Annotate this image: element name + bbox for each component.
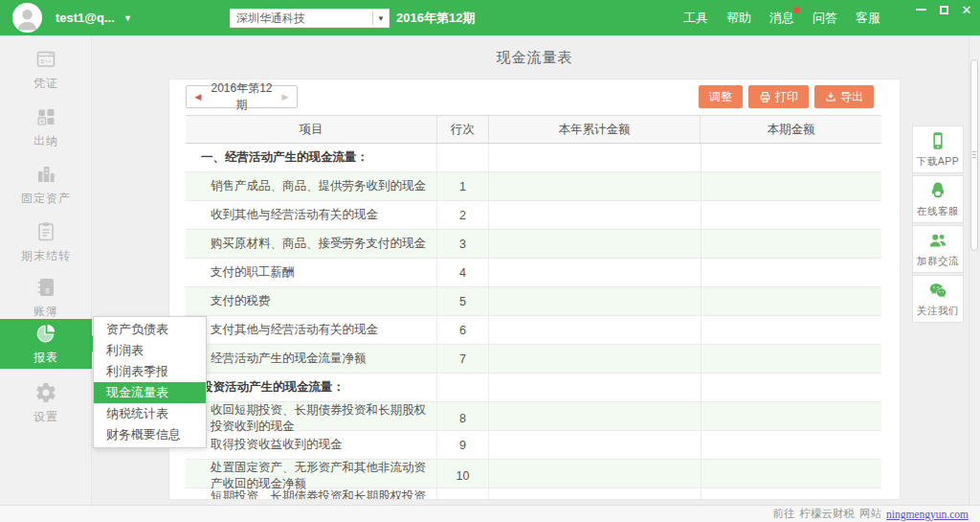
cash-flow-table: 项目 行次 本年累计金额 本期金额 一、经营活动产生的现金流量： 销售产成品、商… (186, 115, 881, 500)
group-icon (927, 230, 948, 251)
row-item-label: 支付其他与经营活动有关的现金 (186, 316, 436, 344)
print-button-label: 打印 (775, 89, 798, 105)
table-row: 购买原材料、商品、接受劳务支付的现金 3 (186, 230, 881, 259)
toolbar-actions: 调整 打印 导出 (699, 85, 874, 108)
join-group-card[interactable]: 加群交流 (912, 225, 964, 273)
row-current-amount-cell (701, 431, 881, 459)
topbar-menu-item[interactable]: 问答 (813, 10, 837, 27)
adjust-button-label: 调整 (709, 89, 732, 105)
table-row: 收回短期投资、长期债券投资和长期股权投资收到的现金 8 (186, 402, 881, 431)
row-current-amount-cell (701, 374, 881, 401)
sidebar-item-reports[interactable]: 报表 (0, 319, 92, 369)
table-row: 支付其他与经营活动有关的现金 6 (186, 316, 881, 345)
prev-period-arrow-icon[interactable]: ◀ (187, 92, 210, 102)
table-row: 投资活动产生的现金流量： (186, 374, 881, 402)
topbar-menu-item[interactable]: 帮助 (726, 10, 751, 27)
cashier-icon: ¥ (34, 115, 57, 131)
maximize-icon (940, 6, 948, 14)
join-group-label: 加群交流 (913, 255, 963, 268)
adjust-button[interactable]: 调整 (699, 85, 743, 108)
ledger-icon: $ (34, 285, 57, 302)
notification-dot (793, 7, 800, 13)
row-item-label: 一、经营活动产生的现金流量： (186, 144, 436, 171)
row-item-label: 支付的职工薪酬 (186, 259, 436, 286)
svg-text:$: $ (45, 286, 50, 295)
topbar-menu-item-label: 客服 (856, 11, 880, 25)
window-controls: ✕ (915, 4, 972, 15)
sidebar-item-ledger[interactable]: $ 账簿 (0, 273, 92, 323)
user-avatar[interactable] (12, 3, 42, 33)
submenu-item-balance-sheet[interactable]: 资产负债表 (94, 319, 206, 340)
qq-service-icon (927, 180, 948, 201)
follow-us-label: 关注我们 (913, 305, 963, 318)
voucher-icon: s (34, 57, 57, 74)
wechat-icon (927, 280, 948, 301)
topbar-menu-item-label: 工具 (683, 11, 708, 25)
close-button[interactable]: ✕ (961, 4, 972, 15)
svg-text:¥: ¥ (40, 118, 44, 125)
sidebar-item-fixed-assets[interactable]: 固定资产 (0, 160, 92, 210)
table-header-row: 项目 行次 本年累计金额 本期金额 (186, 115, 881, 144)
sidebar-item-vouchers[interactable]: s 凭证 (0, 45, 92, 95)
row-item-label: 投资活动产生的现金流量： (186, 374, 436, 401)
submenu-item-tax-statistics[interactable]: 纳税统计表 (94, 403, 206, 424)
export-button-label: 导出 (840, 89, 863, 105)
row-ytd-amount-cell (489, 488, 701, 500)
submenu-item-income-quarterly[interactable]: 利润表季报 (94, 361, 206, 382)
table-row: 经营活动产生的现金流量净额 7 (186, 345, 881, 374)
table-row: 处置固定资产、无形资产和其他非流动资产收回的现金净额 10 (186, 460, 881, 488)
footer-website-link[interactable]: ningmengyun.com (886, 509, 969, 520)
row-item-label: 处置固定资产、无形资产和其他非流动资产收回的现金净额 (186, 460, 436, 492)
username-label[interactable]: test1@q... (56, 0, 115, 35)
row-ytd-amount-cell (489, 374, 701, 401)
row-ytd-amount-cell (489, 345, 701, 373)
follow-us-card[interactable]: 关注我们 (912, 275, 964, 323)
sidebar-item-cashier[interactable]: ¥ 出纳 (0, 102, 92, 152)
user-dropdown-caret-icon[interactable]: ▼ (123, 1, 132, 36)
submenu-item-financial-summary[interactable]: 财务概要信息 (94, 424, 206, 445)
row-line-number: 7 (436, 345, 489, 373)
row-current-amount-cell (701, 201, 881, 229)
submenu-item-cash-flow[interactable]: 现金流量表 (94, 382, 206, 403)
row-ytd-amount-cell (489, 144, 701, 171)
topbar-menu-item[interactable]: 工具 (683, 10, 708, 27)
footer-bar: 前往 柠檬云财税 网站 ningmengyun.com (0, 505, 980, 522)
minimize-button[interactable] (915, 4, 926, 15)
online-service-card[interactable]: 在线客服 (912, 175, 964, 223)
sidebar-item-label: 报表 (0, 350, 92, 366)
settings-gear-icon (34, 391, 57, 407)
table-row: 支付的税费 5 (186, 287, 881, 316)
download-app-card[interactable]: 下载APP (912, 125, 964, 173)
print-button[interactable]: 打印 (748, 85, 809, 108)
sidebar-item-period-closing[interactable]: 期末结转 (0, 217, 92, 267)
sidebar-item-label: 固定资产 (0, 191, 92, 207)
row-line-number: 6 (436, 316, 489, 344)
table-row: 收到其他与经营活动有关的现金 2 (186, 201, 881, 230)
row-item-label: 经营活动产生的现金流量净额 (186, 345, 436, 373)
row-ytd-amount-cell (489, 287, 701, 315)
topbar-menu-item-label: 帮助 (726, 11, 751, 25)
submenu-item-income-statement[interactable]: 利润表 (94, 340, 206, 361)
row-ytd-amount-cell (489, 259, 701, 286)
row-item-label: 取得投资收益收到的现金 (186, 431, 436, 459)
download-icon (825, 91, 836, 102)
topbar-menu-item[interactable]: 消息 (769, 10, 794, 27)
row-item-label: 支付的税费 (186, 287, 436, 315)
vertical-scrollbar[interactable] (969, 35, 979, 505)
table-row: 一、经营活动产生的现金流量： (186, 144, 881, 172)
scrollbar-handle[interactable] (970, 59, 978, 251)
export-button[interactable]: 导出 (814, 85, 874, 108)
sidebar-item-settings[interactable]: 设置 (0, 378, 92, 428)
sidebar-item-label: 账簿 (0, 304, 92, 320)
topbar-menu-item[interactable]: 客服 (856, 10, 880, 27)
next-period-arrow-icon[interactable]: ▶ (274, 92, 297, 102)
reports-pie-icon (34, 331, 57, 348)
row-ytd-amount-cell (489, 431, 701, 459)
row-ytd-amount-cell (489, 230, 701, 258)
row-ytd-amount-cell (489, 460, 701, 492)
phone-icon (927, 130, 948, 151)
topbar-menu-item-label: 消息 (769, 11, 794, 25)
company-select[interactable]: 深圳华通科技 ▼ (230, 9, 390, 28)
row-ytd-amount-cell (489, 402, 701, 435)
maximize-button[interactable] (938, 4, 949, 15)
